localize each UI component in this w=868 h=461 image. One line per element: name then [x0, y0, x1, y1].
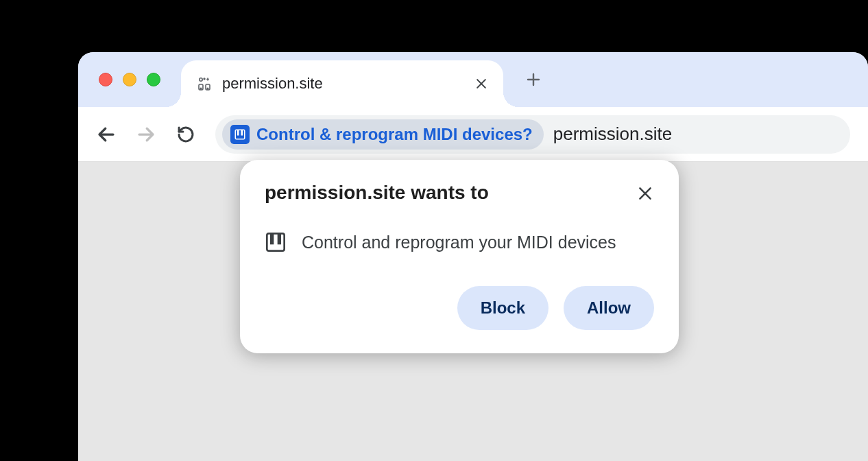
svg-point-4 [200, 88, 202, 89]
minimize-window-button[interactable] [123, 73, 136, 86]
prompt-header: permission.site wants to [265, 182, 654, 204]
browser-window: permission.site [78, 52, 868, 461]
prompt-title: permission.site wants to [265, 182, 489, 204]
tab-title: permission.site [222, 75, 465, 93]
new-tab-button[interactable] [525, 71, 542, 88]
block-button[interactable]: Block [457, 286, 548, 330]
close-tab-button[interactable] [474, 77, 488, 91]
forward-button[interactable] [136, 124, 156, 145]
url-text: permission.site [553, 123, 672, 145]
svg-rect-11 [278, 233, 281, 244]
midi-icon [265, 231, 287, 253]
toolbar: Control & reprogram MIDI devices? permis… [78, 107, 868, 162]
svg-rect-8 [241, 130, 243, 135]
maximize-window-button[interactable] [147, 73, 160, 86]
svg-point-5 [207, 88, 208, 89]
svg-rect-9 [267, 233, 284, 250]
close-window-button[interactable] [99, 73, 112, 86]
permissions-favicon-icon [196, 75, 213, 92]
svg-rect-10 [270, 233, 274, 244]
svg-point-1 [204, 78, 205, 80]
allow-button[interactable]: Allow [564, 286, 654, 330]
window-controls [99, 73, 160, 86]
close-prompt-button[interactable] [636, 185, 654, 202]
svg-rect-7 [237, 130, 239, 135]
svg-rect-6 [235, 130, 245, 139]
svg-point-0 [200, 78, 202, 81]
browser-tab[interactable]: permission.site [181, 60, 503, 107]
permission-prompt: permission.site wants to Control and rep… [240, 160, 679, 353]
back-button[interactable] [96, 124, 117, 145]
midi-chip-icon [230, 125, 250, 144]
prompt-actions: Block Allow [265, 286, 654, 330]
prompt-body: Control and reprogram your MIDI devices [265, 231, 654, 253]
tab-strip: permission.site [78, 52, 868, 107]
prompt-body-text: Control and reprogram your MIDI devices [302, 233, 616, 252]
address-bar[interactable]: Control & reprogram MIDI devices? permis… [215, 115, 850, 154]
permission-chip[interactable]: Control & reprogram MIDI devices? [222, 119, 544, 150]
reload-button[interactable] [176, 124, 196, 145]
permission-chip-label: Control & reprogram MIDI devices? [256, 125, 533, 144]
